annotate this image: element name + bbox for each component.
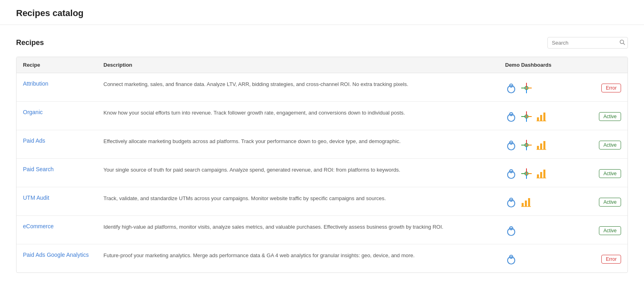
recipe-description: Know how your social efforts turn into r…	[103, 110, 405, 116]
recipe-description-cell: Identify high-value ad platforms, monito…	[97, 216, 499, 244]
recipe-link[interactable]: Paid Ads Google Analytics	[23, 252, 89, 258]
section-title: Recipes	[16, 39, 44, 47]
table-row: Paid SearchYour single source of truth f…	[17, 159, 627, 187]
recipe-description: Identify high-value ad platforms, monito…	[103, 224, 443, 230]
recipe-description-cell: Track, validate, and standardize UTMs ac…	[97, 187, 499, 216]
recipe-name-cell: eCommerce	[17, 216, 97, 244]
fivetran-ring-icon	[505, 111, 517, 123]
recipe-description: Future-proof your marketing analytics. M…	[103, 252, 415, 258]
page-title: Recipes catalog	[16, 8, 628, 18]
table-row: UTM AuditTrack, validate, and standardiz…	[17, 187, 627, 216]
search-wrapper	[547, 37, 628, 49]
table-header: Recipe Description Demo Dashboards	[17, 57, 627, 73]
table-row: Paid Ads Google AnalyticsFuture-proof yo…	[17, 244, 627, 273]
svg-rect-60	[543, 170, 545, 178]
status-badge: Error	[601, 84, 621, 92]
status-badge: Active	[599, 198, 621, 207]
section-header: Recipes	[16, 37, 628, 49]
recipe-description: Effectively allocate marketing budgets a…	[103, 138, 400, 144]
recipe-description-cell: Effectively allocate marketing budgets a…	[97, 130, 499, 159]
recipe-link[interactable]: UTM Audit	[23, 195, 49, 201]
svg-rect-65	[522, 203, 524, 207]
table-scroll[interactable]: Recipe Description Demo Dashboards Attri…	[17, 57, 627, 272]
recipe-link[interactable]: Organic	[23, 109, 43, 115]
icons-wrapper	[505, 195, 573, 208]
icons-wrapper	[505, 80, 573, 94]
status-cell: Active	[579, 159, 627, 187]
crosshair-plus-icon	[520, 82, 533, 94]
demo-dashboards-cell	[499, 102, 579, 130]
crosshair-plus-icon	[520, 139, 533, 151]
svg-point-9	[526, 88, 527, 89]
table-body: AttributionConnect marketing, sales, and…	[17, 73, 627, 273]
svg-line-1	[623, 43, 625, 45]
svg-rect-27	[540, 115, 542, 121]
bar-chart-icon	[536, 168, 547, 179]
svg-rect-28	[543, 113, 545, 121]
recipe-description-cell: Know how your social efforts turn into r…	[97, 102, 499, 130]
recipe-link[interactable]: Paid Ads	[23, 137, 45, 144]
search-button[interactable]	[619, 39, 625, 46]
demo-dashboards-cell	[499, 130, 579, 159]
recipe-link[interactable]: Attribution	[23, 80, 48, 87]
fivetran-ring-icon	[505, 82, 517, 94]
svg-rect-58	[537, 174, 539, 178]
svg-point-21	[526, 116, 527, 117]
table-row: OrganicKnow how your social efforts turn…	[17, 102, 627, 130]
svg-rect-26	[537, 117, 539, 121]
bar-chart-icon	[520, 197, 532, 208]
status-badge: Active	[599, 141, 621, 149]
status-badge: Active	[599, 226, 621, 235]
recipe-link[interactable]: eCommerce	[23, 223, 54, 229]
fivetran-ring-icon	[505, 196, 517, 208]
table-container: Recipe Description Demo Dashboards Attri…	[16, 57, 628, 273]
recipe-name-cell: UTM Audit	[17, 187, 97, 216]
recipe-name-cell: Attribution	[17, 73, 97, 102]
search-icon	[619, 39, 625, 45]
svg-rect-66	[525, 201, 527, 207]
col-header-demo: Demo Dashboards	[499, 57, 579, 73]
recipe-description-cell: Your single source of truth for paid sea…	[97, 159, 499, 187]
status-badge: Error	[601, 255, 621, 264]
col-header-recipe: Recipe	[17, 57, 97, 73]
recipe-link[interactable]: Paid Search	[23, 166, 54, 172]
recipe-description: Connect marketing, sales, and finance da…	[103, 81, 408, 87]
recipes-table: Recipe Description Demo Dashboards Attri…	[17, 57, 627, 272]
recipe-description-cell: Connect marketing, sales, and finance da…	[97, 73, 499, 102]
table-row: eCommerceIdentify high-value ad platform…	[17, 216, 627, 244]
demo-dashboards-cell	[499, 244, 579, 273]
svg-point-37	[526, 145, 527, 146]
recipe-description-cell: Future-proof your marketing analytics. M…	[97, 244, 499, 273]
status-cell: Active	[579, 216, 627, 244]
demo-dashboards-cell	[499, 187, 579, 216]
svg-point-53	[526, 173, 527, 174]
icons-wrapper	[505, 223, 573, 237]
icons-wrapper	[505, 137, 573, 151]
recipe-name-cell: Paid Ads Google Analytics	[17, 244, 97, 273]
icons-wrapper	[505, 252, 573, 265]
fivetran-ring-icon	[505, 139, 517, 151]
svg-rect-42	[537, 146, 539, 149]
recipe-description: Your single source of truth for paid sea…	[103, 167, 400, 173]
svg-rect-59	[540, 172, 542, 178]
bar-chart-icon	[536, 139, 547, 151]
col-header-description: Description	[97, 57, 499, 73]
status-cell: Error	[579, 244, 627, 273]
recipe-name-cell: Organic	[17, 102, 97, 130]
search-input[interactable]	[552, 40, 619, 46]
table-row: Paid AdsEffectively allocate marketing b…	[17, 130, 627, 159]
svg-rect-43	[540, 143, 542, 149]
demo-dashboards-cell	[499, 73, 579, 102]
demo-dashboards-cell	[499, 159, 579, 187]
table-row: AttributionConnect marketing, sales, and…	[17, 73, 627, 102]
page-header: Recipes catalog	[0, 0, 644, 25]
demo-dashboards-cell	[499, 216, 579, 244]
crosshair-plus-icon	[520, 111, 533, 123]
status-cell: Error	[579, 73, 627, 102]
main-content: Recipes Recipe Description Demo Dashboar…	[0, 25, 644, 285]
bar-chart-icon	[536, 111, 547, 122]
crosshair-plus-icon	[520, 168, 533, 180]
status-cell: Active	[579, 130, 627, 159]
fivetran-ring-icon	[505, 225, 517, 237]
fivetran-ring-icon	[505, 168, 517, 180]
